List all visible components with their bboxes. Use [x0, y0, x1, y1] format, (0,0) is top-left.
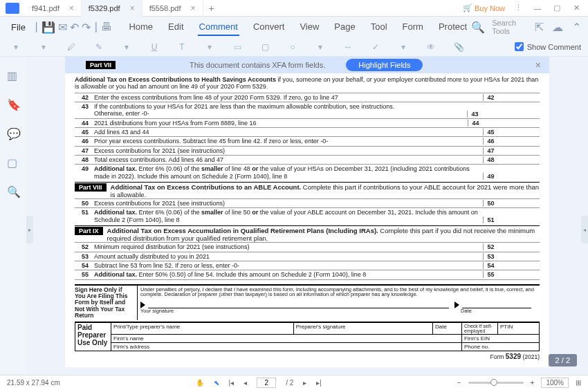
table-row: 43 If the contributions to your HSAs for…: [75, 102, 540, 118]
statusbar: 21.59 x 27.94 cm ✋ ⬉ |◂ ◂ / 2 ▸ ▸| − + 1…: [0, 375, 588, 390]
signature-field[interactable]: [148, 301, 449, 308]
titlebar: f941.pdf × f5329.pdf × f5558.pdf × + 🛒 B…: [0, 0, 588, 17]
cart-icon: 🛒: [463, 3, 472, 12]
attachment-tool[interactable]: 📎: [450, 40, 468, 54]
expand-right-icon[interactable]: ◂: [581, 216, 588, 243]
redo-icon[interactable]: ↷: [82, 19, 91, 35]
note-tool[interactable]: ▾: [7, 40, 25, 54]
app-logo[interactable]: [6, 3, 19, 14]
tab-edit[interactable]: Edit: [167, 19, 185, 36]
attachments-panel-icon[interactable]: ▢: [7, 156, 19, 169]
first-page-icon[interactable]: |◂: [229, 379, 235, 387]
part-label: Part VIII: [75, 183, 107, 192]
table-row: 48 Total excess contributions. Add lines…: [75, 155, 540, 164]
tab-convert[interactable]: Convert: [252, 19, 286, 36]
thumbnails-icon[interactable]: ▥: [7, 69, 19, 82]
more-icon[interactable]: ⋮: [512, 2, 524, 15]
table-row: 54 Subtract line 53 from line 52. If zer…: [75, 261, 540, 270]
document-tab[interactable]: f5558.pdf ×: [143, 0, 203, 17]
tab-home[interactable]: Home: [127, 19, 154, 36]
document-viewport[interactable]: ▸ ◂ Part VII This document contains XFA …: [26, 57, 588, 375]
page-total: / 2: [286, 379, 293, 387]
tab-comment[interactable]: Comment: [198, 19, 239, 36]
share-icon[interactable]: ⇱: [533, 19, 545, 35]
zoom-out-icon[interactable]: −: [457, 379, 461, 387]
print-icon[interactable]: 🖶: [101, 19, 112, 35]
form-footer: Form 5329 (2021): [75, 353, 540, 360]
document-tab[interactable]: f941.pdf ×: [25, 0, 82, 17]
save-icon[interactable]: 💾: [42, 19, 55, 35]
expand-left-icon[interactable]: ▸: [26, 216, 33, 243]
tab-view[interactable]: View: [298, 19, 320, 36]
close-icon[interactable]: ×: [130, 3, 135, 13]
close-window-icon[interactable]: ✕: [570, 2, 582, 15]
divider: |: [93, 19, 98, 35]
hide-tool[interactable]: 👁: [422, 40, 440, 54]
signature-area: Sign Here Only if You Are Filing This Fo…: [75, 284, 540, 321]
show-comment-checkbox[interactable]: [515, 42, 524, 51]
table-row: 55 Additional tax. Enter 50% (0.50) of l…: [75, 270, 540, 279]
callout-tool[interactable]: ▾: [311, 40, 329, 54]
strikethrough-tool[interactable]: ▾: [201, 40, 219, 54]
preparer-table: Paid Preparer Use Only Print/Type prepar…: [75, 322, 540, 351]
menubar: File | 💾 ✉ ↶ ↷ | 🖶 Home Edit Comment Con…: [0, 17, 588, 37]
add-tab-button[interactable]: +: [203, 3, 220, 14]
search-panel-icon[interactable]: 🔍: [7, 185, 19, 198]
area-highlight-tool[interactable]: ▭: [228, 40, 246, 54]
close-icon[interactable]: ×: [69, 3, 74, 13]
arrow-icon: [454, 301, 459, 308]
zoom-in-icon[interactable]: +: [531, 379, 535, 387]
table-row: 44 2021 distributions from your HSAs fro…: [75, 118, 540, 127]
table-row: 52 Minimum required distribution for 202…: [75, 242, 540, 251]
search-tools-input[interactable]: Search Tools: [492, 19, 526, 35]
cloud-icon[interactable]: ☁: [552, 19, 564, 35]
close-icon[interactable]: ×: [191, 3, 196, 13]
page-dimensions: 21.59 x 27.94 cm: [7, 379, 60, 387]
page-number-input[interactable]: [257, 378, 276, 388]
stamp-tool[interactable]: ▾: [35, 40, 53, 54]
multi-select-tool[interactable]: ▾: [394, 40, 412, 54]
tab-protect[interactable]: Protect: [437, 19, 468, 36]
tab-label: f941.pdf: [32, 4, 59, 12]
document-tab[interactable]: f5329.pdf ×: [82, 0, 143, 17]
eraser-tool[interactable]: ▾: [118, 40, 136, 54]
pdf-page: Part VII This document contains XFA form…: [65, 57, 549, 367]
prev-page-icon[interactable]: ◂: [244, 379, 247, 387]
underline-tool[interactable]: U: [145, 40, 163, 54]
tab-label: f5329.pdf: [89, 4, 120, 12]
undo-icon[interactable]: ↶: [70, 19, 79, 35]
tab-tool[interactable]: Tool: [369, 19, 389, 36]
next-page-icon[interactable]: ▸: [303, 379, 306, 387]
distance-tool[interactable]: ↔: [339, 40, 357, 54]
mail-icon[interactable]: ✉: [58, 19, 67, 35]
last-page-icon[interactable]: ▸|: [316, 379, 322, 387]
minimize-icon[interactable]: —: [531, 2, 544, 15]
bookmarks-icon[interactable]: 🔖: [7, 98, 19, 111]
file-menu[interactable]: File: [6, 22, 31, 32]
rectangle-tool[interactable]: ▢: [256, 40, 274, 54]
collapse-icon[interactable]: ⌃: [571, 19, 582, 35]
fit-page-icon[interactable]: ⊞: [576, 379, 581, 387]
tab-page[interactable]: Page: [333, 19, 356, 36]
buy-now-link[interactable]: 🛒 Buy Now: [463, 3, 505, 12]
hand-tool-icon[interactable]: ✋: [196, 379, 204, 387]
zoom-level[interactable]: 100%: [541, 378, 569, 388]
date-field[interactable]: [462, 301, 531, 308]
table-row: 50 Excess contributions for 2021 (see in…: [75, 198, 540, 207]
close-banner-icon[interactable]: ×: [535, 59, 541, 71]
table-row: 53 Amount actually distributed to you in…: [75, 252, 540, 261]
oval-tool[interactable]: ○: [284, 40, 302, 54]
tab-form[interactable]: Form: [401, 19, 425, 36]
stamp-approved-tool[interactable]: ✓: [367, 40, 385, 54]
highlight-tool[interactable]: 🖊: [62, 40, 80, 54]
zoom-slider[interactable]: [468, 382, 524, 384]
page-indicator-badge: 2 / 2: [549, 354, 577, 366]
pencil-tool[interactable]: ✎: [90, 40, 108, 54]
maximize-icon[interactable]: ▢: [551, 2, 563, 15]
highlight-fields-button[interactable]: Highlight Fields: [346, 59, 423, 71]
sidebar-left: ▥ 🔖 💬 ▢ 🔍: [0, 57, 26, 375]
xfa-message: This document contains XFA form fields.: [190, 61, 325, 69]
text-tool[interactable]: T: [173, 40, 191, 54]
comments-icon[interactable]: 💬: [7, 127, 19, 140]
select-tool-icon[interactable]: ⬉: [214, 379, 219, 387]
